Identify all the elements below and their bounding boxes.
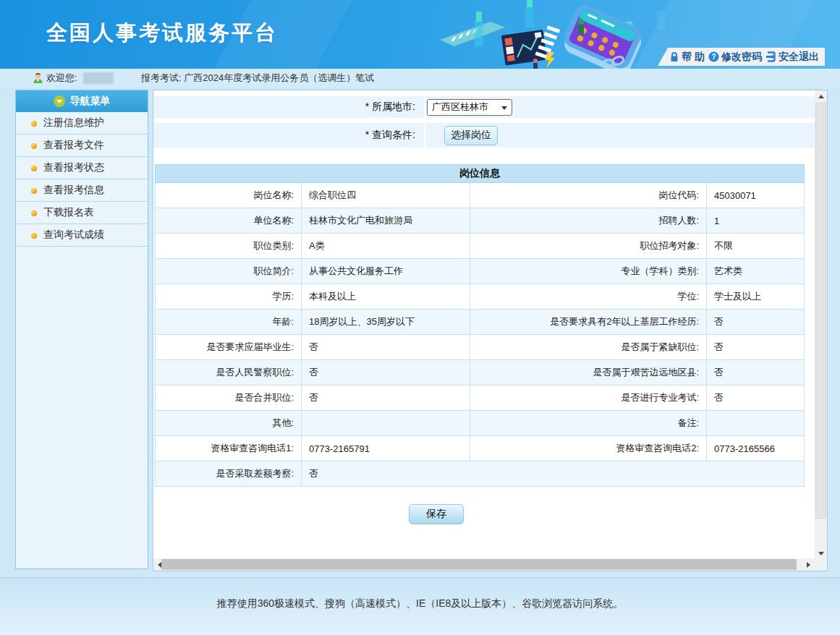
horizontal-scrollbar-thumb[interactable]: [161, 559, 797, 570]
city-select[interactable]: 广西区桂林市: [427, 99, 512, 116]
bullet-icon: [31, 143, 37, 149]
query-label: * 查询条件:: [153, 123, 424, 148]
city-select-value: 广西区桂林市: [432, 101, 488, 114]
horizontal-scrollbar[interactable]: [153, 558, 815, 571]
username-redacted: [83, 72, 114, 84]
arrow-left-icon: [158, 562, 161, 568]
sidebar-item-exam-info[interactable]: 查看报考信息: [16, 179, 148, 202]
row-label: 专业（学科）类别:: [470, 259, 707, 284]
row-value: 否: [302, 360, 470, 385]
header-toolbar: 帮 助 ? 修改密码 安全退出: [658, 48, 825, 66]
row-label: 是否人民警察职位:: [156, 360, 302, 385]
row-label: 资格审查咨询电话2:: [470, 436, 707, 461]
logout-link[interactable]: 安全退出: [765, 51, 819, 64]
help-label: 帮 助: [682, 51, 705, 64]
user-avatar-icon: [33, 72, 43, 84]
change-password-label: 修改密码: [721, 51, 762, 64]
main-content-panel: * 所属地市: 广西区桂林市 * 查询条件: 选择岗位 岗位信息 岗位名称:: [153, 90, 828, 571]
arrow-down-icon: [818, 552, 824, 555]
sidebar-item-label: 查看报考文件: [43, 139, 104, 152]
row-label: 是否属于紧缺职位:: [470, 335, 707, 360]
scroll-up-button[interactable]: [815, 90, 827, 103]
sidebar-item-label: 注册信息维护: [43, 116, 104, 129]
arrow-right-icon: [807, 562, 810, 568]
city-form-row: * 所属地市: 广西区桂林市: [153, 96, 815, 118]
chevron-down-icon: [501, 106, 507, 110]
row-label: 招聘人数:: [470, 208, 707, 234]
table-row: 职位简介: 从事公共文化服务工作 专业（学科）类别: 艺术类: [156, 259, 805, 284]
select-position-button[interactable]: 选择岗位: [444, 126, 498, 145]
table-row: 是否要求应届毕业生: 否 是否属于紧缺职位: 否: [156, 335, 805, 360]
table-row: 资格审查咨询电话1: 0773-2165791 资格审查咨询电话2: 0773-…: [156, 436, 805, 461]
nav-collapse-icon: [54, 95, 65, 107]
table-row: 是否合并职位: 否 是否进行专业考试: 否: [156, 385, 805, 411]
sidebar-item-exam-files[interactable]: 查看报考文件: [16, 135, 148, 157]
table-row: 是否采取差额考察: 否: [156, 461, 805, 487]
table-row: 岗位名称: 综合职位四 岗位代码: 45030071: [156, 183, 805, 208]
row-value: 否: [707, 310, 805, 335]
sidebar-item-query-score[interactable]: 查询考试成绩: [16, 224, 148, 247]
table-row: 其他: 备注:: [156, 411, 805, 436]
row-value: 从事公共文化服务工作: [302, 259, 470, 284]
table-row: 职位类别: A类 职位招考对象: 不限: [156, 234, 805, 259]
row-label: 是否要求应届毕业生:: [156, 335, 302, 360]
row-value: 否: [302, 385, 470, 411]
row-label: 学历:: [156, 284, 302, 310]
row-value: 0773-2165566: [707, 436, 805, 461]
row-label: 资格审查咨询电话1:: [156, 436, 302, 461]
row-value: 18周岁以上、35周岁以下: [302, 310, 470, 335]
bullet-icon: [31, 121, 37, 127]
sidebar-item-download-form[interactable]: 下载报名表: [16, 202, 148, 224]
vertical-scrollbar[interactable]: [815, 90, 827, 560]
welcome-bar: 欢迎您: 报考考试: 广西2024年度考试录用公务员（选调生）笔试: [0, 69, 840, 88]
nav-header-label: 导航菜单: [70, 95, 111, 108]
bullet-icon: [31, 188, 37, 194]
arrow-up-icon: [818, 95, 824, 98]
sidebar-nav-header[interactable]: 导航菜单: [16, 90, 148, 112]
footer: 推荐使用360极速模式、搜狗（高速模式）、IE（IE8及以上版本）、谷歌浏览器访…: [0, 577, 840, 635]
content-scrollview: * 所属地市: 广西区桂林市 * 查询条件: 选择岗位 岗位信息 岗位名称:: [153, 90, 815, 558]
sidebar-item-exam-status[interactable]: 查看报考状态: [16, 157, 148, 179]
table-row: 年龄: 18周岁以上、35周岁以下 是否要求具有2年以上基层工作经历: 否: [156, 310, 805, 335]
position-info-table: 岗位信息 岗位名称: 综合职位四 岗位代码: 45030071 单位名称: 桂林…: [155, 164, 805, 487]
row-label: 职位简介:: [156, 259, 302, 284]
row-value: 1: [707, 208, 805, 234]
row-value: [302, 411, 470, 436]
table-row: 单位名称: 桂林市文化广电和旅游局 招聘人数: 1: [156, 208, 805, 234]
save-button[interactable]: 保存: [409, 504, 464, 524]
row-value: 艺术类: [707, 259, 805, 284]
vertical-scrollbar-thumb[interactable]: [815, 103, 826, 519]
logout-icon: [765, 51, 776, 62]
row-label: 备注:: [470, 411, 707, 436]
change-password-link[interactable]: ? 修改密码: [708, 51, 762, 64]
row-value: 45030071: [707, 183, 805, 208]
row-label: 是否合并职位:: [156, 385, 302, 411]
sidebar-item-label: 查看报考状态: [43, 161, 104, 174]
sidebar-item-register-info[interactable]: 注册信息维护: [16, 112, 148, 135]
row-label: 年龄:: [156, 310, 302, 335]
row-label: 是否采取差额考察:: [156, 461, 302, 487]
row-label: 其他:: [156, 411, 302, 436]
header: 全国人事考试服务平台: [0, 0, 840, 69]
sidebar-item-label: 查看报考信息: [43, 184, 104, 197]
row-label: 职位招考对象:: [470, 234, 707, 259]
row-label: 单位名称:: [156, 208, 302, 234]
row-value: 否: [707, 335, 805, 360]
row-value: [707, 411, 805, 436]
help-link[interactable]: 帮 助: [669, 51, 705, 64]
row-label: 是否进行专业考试:: [470, 385, 707, 411]
scroll-right-button[interactable]: [802, 558, 815, 571]
scroll-left-button[interactable]: [153, 558, 166, 571]
query-form-row: * 查询条件: 选择岗位: [153, 123, 815, 148]
welcome-greeting: 欢迎您:: [46, 72, 77, 85]
question-icon: ?: [708, 51, 719, 62]
row-label: 岗位代码:: [470, 183, 707, 208]
header-illustration: [440, 0, 679, 69]
page-title: 全国人事考试服务平台: [46, 19, 278, 48]
row-value: 否: [707, 385, 805, 411]
row-label: 职位类别:: [156, 234, 302, 259]
sidebar: 导航菜单 注册信息维护 查看报考文件 查看报考状态 查看报考信息 下载报名表 查…: [15, 90, 148, 569]
row-value: 0773-2165791: [302, 436, 470, 461]
bullet-icon: [31, 210, 37, 216]
row-value: 综合职位四: [302, 183, 470, 208]
